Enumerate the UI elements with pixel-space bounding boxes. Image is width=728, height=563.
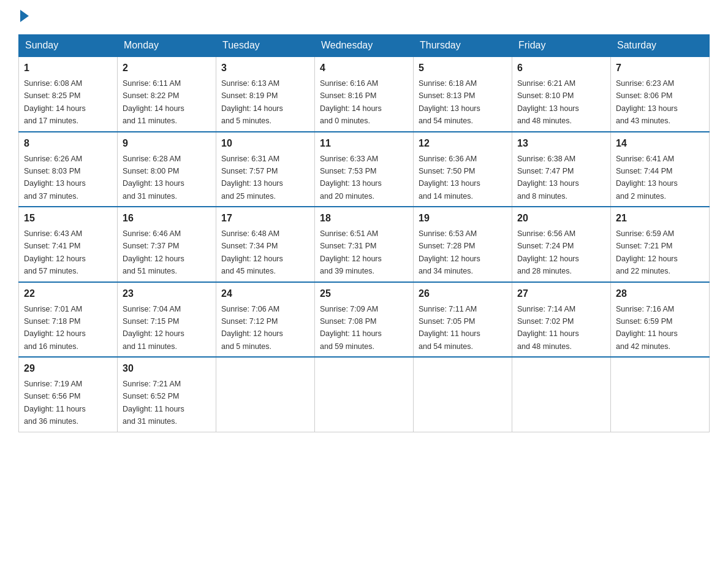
column-header-monday: Monday — [118, 35, 216, 57]
day-info: Sunrise: 6:08 AMSunset: 8:25 PMDaylight:… — [24, 79, 86, 125]
calendar-cell: 3Sunrise: 6:13 AMSunset: 8:19 PMDaylight… — [216, 56, 315, 132]
day-info: Sunrise: 6:43 AMSunset: 7:41 PMDaylight:… — [24, 229, 86, 275]
day-number: 24 — [221, 286, 309, 301]
day-number: 1 — [24, 61, 112, 75]
day-number: 3 — [221, 61, 309, 75]
day-info: Sunrise: 6:31 AMSunset: 7:57 PMDaylight:… — [221, 155, 283, 201]
calendar-cell — [414, 357, 512, 432]
day-number: 9 — [123, 136, 211, 151]
calendar-cell: 16Sunrise: 6:46 AMSunset: 7:37 PMDayligh… — [118, 207, 216, 282]
calendar-cell: 10Sunrise: 6:31 AMSunset: 7:57 PMDayligh… — [216, 132, 315, 207]
day-number: 13 — [517, 136, 605, 151]
column-header-thursday: Thursday — [414, 35, 512, 57]
day-info: Sunrise: 6:28 AMSunset: 8:00 PMDaylight:… — [123, 155, 184, 201]
day-info: Sunrise: 6:46 AMSunset: 7:37 PMDaylight:… — [123, 229, 184, 275]
day-number: 5 — [419, 61, 507, 75]
day-number: 21 — [616, 211, 704, 226]
calendar-cell — [315, 357, 414, 432]
calendar-cell: 30Sunrise: 7:21 AMSunset: 6:52 PMDayligh… — [118, 357, 216, 432]
calendar-cell: 17Sunrise: 6:48 AMSunset: 7:34 PMDayligh… — [216, 207, 315, 282]
day-number: 2 — [123, 61, 211, 75]
page-header — [18, 12, 710, 22]
calendar-cell: 19Sunrise: 6:53 AMSunset: 7:28 PMDayligh… — [414, 207, 512, 282]
calendar-cell: 7Sunrise: 6:23 AMSunset: 8:06 PMDaylight… — [611, 56, 710, 132]
calendar-cell: 8Sunrise: 6:26 AMSunset: 8:03 PMDaylight… — [19, 132, 118, 207]
day-info: Sunrise: 7:14 AMSunset: 7:02 PMDaylight:… — [517, 305, 579, 351]
calendar-cell: 11Sunrise: 6:33 AMSunset: 7:53 PMDayligh… — [315, 132, 414, 207]
day-info: Sunrise: 7:19 AMSunset: 6:56 PMDaylight:… — [24, 380, 86, 426]
calendar-cell: 23Sunrise: 7:04 AMSunset: 7:15 PMDayligh… — [118, 282, 216, 358]
day-info: Sunrise: 6:13 AMSunset: 8:19 PMDaylight:… — [221, 79, 283, 125]
day-info: Sunrise: 6:59 AMSunset: 7:21 PMDaylight:… — [616, 229, 678, 275]
column-header-friday: Friday — [512, 35, 611, 57]
week-row-2: 8Sunrise: 6:26 AMSunset: 8:03 PMDaylight… — [19, 132, 710, 207]
day-number: 17 — [221, 211, 309, 226]
column-header-wednesday: Wednesday — [315, 35, 414, 57]
calendar-cell: 25Sunrise: 7:09 AMSunset: 7:08 PMDayligh… — [315, 282, 414, 358]
day-number: 26 — [419, 286, 507, 301]
day-info: Sunrise: 6:16 AMSunset: 8:16 PMDaylight:… — [320, 79, 382, 125]
day-info: Sunrise: 6:26 AMSunset: 8:03 PMDaylight:… — [24, 155, 86, 201]
day-number: 10 — [221, 136, 309, 151]
day-number: 16 — [123, 211, 211, 226]
day-number: 25 — [320, 286, 408, 301]
calendar-cell: 1Sunrise: 6:08 AMSunset: 8:25 PMDaylight… — [19, 56, 118, 132]
day-info: Sunrise: 6:36 AMSunset: 7:50 PMDaylight:… — [419, 155, 480, 201]
day-info: Sunrise: 6:51 AMSunset: 7:31 PMDaylight:… — [320, 229, 382, 275]
calendar-cell: 14Sunrise: 6:41 AMSunset: 7:44 PMDayligh… — [611, 132, 710, 207]
calendar-cell: 24Sunrise: 7:06 AMSunset: 7:12 PMDayligh… — [216, 282, 315, 358]
day-info: Sunrise: 6:56 AMSunset: 7:24 PMDaylight:… — [517, 229, 579, 275]
calendar-cell: 28Sunrise: 7:16 AMSunset: 6:59 PMDayligh… — [611, 282, 710, 358]
day-number: 7 — [616, 61, 704, 75]
day-info: Sunrise: 7:01 AMSunset: 7:18 PMDaylight:… — [24, 305, 86, 351]
week-row-3: 15Sunrise: 6:43 AMSunset: 7:41 PMDayligh… — [19, 207, 710, 282]
column-header-tuesday: Tuesday — [216, 35, 315, 57]
day-info: Sunrise: 7:11 AMSunset: 7:05 PMDaylight:… — [419, 305, 480, 351]
calendar-cell: 20Sunrise: 6:56 AMSunset: 7:24 PMDayligh… — [512, 207, 611, 282]
day-info: Sunrise: 7:09 AMSunset: 7:08 PMDaylight:… — [320, 305, 382, 351]
day-number: 27 — [517, 286, 605, 301]
calendar-cell: 22Sunrise: 7:01 AMSunset: 7:18 PMDayligh… — [19, 282, 118, 358]
day-number: 4 — [320, 61, 408, 75]
calendar-cell: 5Sunrise: 6:18 AMSunset: 8:13 PMDaylight… — [414, 56, 512, 132]
day-info: Sunrise: 6:23 AMSunset: 8:06 PMDaylight:… — [616, 79, 678, 125]
week-row-5: 29Sunrise: 7:19 AMSunset: 6:56 PMDayligh… — [19, 357, 710, 432]
day-number: 12 — [419, 136, 507, 151]
day-info: Sunrise: 7:06 AMSunset: 7:12 PMDaylight:… — [221, 305, 283, 351]
day-info: Sunrise: 6:18 AMSunset: 8:13 PMDaylight:… — [419, 79, 480, 125]
calendar-cell: 9Sunrise: 6:28 AMSunset: 8:00 PMDaylight… — [118, 132, 216, 207]
calendar-cell: 29Sunrise: 7:19 AMSunset: 6:56 PMDayligh… — [19, 357, 118, 432]
day-number: 30 — [123, 361, 211, 376]
day-number: 20 — [517, 211, 605, 226]
day-info: Sunrise: 7:04 AMSunset: 7:15 PMDaylight:… — [123, 305, 184, 351]
calendar-cell: 15Sunrise: 6:43 AMSunset: 7:41 PMDayligh… — [19, 207, 118, 282]
day-number: 11 — [320, 136, 408, 151]
calendar-cell: 12Sunrise: 6:36 AMSunset: 7:50 PMDayligh… — [414, 132, 512, 207]
day-info: Sunrise: 6:38 AMSunset: 7:47 PMDaylight:… — [517, 155, 579, 201]
calendar-cell: 6Sunrise: 6:21 AMSunset: 8:10 PMDaylight… — [512, 56, 611, 132]
day-number: 22 — [24, 286, 112, 301]
calendar-cell: 26Sunrise: 7:11 AMSunset: 7:05 PMDayligh… — [414, 282, 512, 358]
day-number: 15 — [24, 211, 112, 226]
day-info: Sunrise: 6:11 AMSunset: 8:22 PMDaylight:… — [123, 79, 184, 125]
day-number: 14 — [616, 136, 704, 151]
calendar-cell: 21Sunrise: 6:59 AMSunset: 7:21 PMDayligh… — [611, 207, 710, 282]
calendar-header-row: SundayMondayTuesdayWednesdayThursdayFrid… — [19, 35, 710, 57]
day-info: Sunrise: 6:33 AMSunset: 7:53 PMDaylight:… — [320, 155, 382, 201]
week-row-1: 1Sunrise: 6:08 AMSunset: 8:25 PMDaylight… — [19, 56, 710, 132]
day-info: Sunrise: 6:21 AMSunset: 8:10 PMDaylight:… — [517, 79, 579, 125]
day-info: Sunrise: 7:16 AMSunset: 6:59 PMDaylight:… — [616, 305, 678, 351]
day-info: Sunrise: 6:48 AMSunset: 7:34 PMDaylight:… — [221, 229, 283, 275]
calendar-cell: 2Sunrise: 6:11 AMSunset: 8:22 PMDaylight… — [118, 56, 216, 132]
day-number: 23 — [123, 286, 211, 301]
calendar-cell — [512, 357, 611, 432]
week-row-4: 22Sunrise: 7:01 AMSunset: 7:18 PMDayligh… — [19, 282, 710, 358]
calendar-cell: 13Sunrise: 6:38 AMSunset: 7:47 PMDayligh… — [512, 132, 611, 207]
day-number: 18 — [320, 211, 408, 226]
day-number: 6 — [517, 61, 605, 75]
calendar-cell — [611, 357, 710, 432]
day-info: Sunrise: 6:41 AMSunset: 7:44 PMDaylight:… — [616, 155, 678, 201]
column-header-sunday: Sunday — [19, 35, 118, 57]
day-number: 28 — [616, 286, 704, 301]
day-info: Sunrise: 7:21 AMSunset: 6:52 PMDaylight:… — [123, 380, 184, 426]
